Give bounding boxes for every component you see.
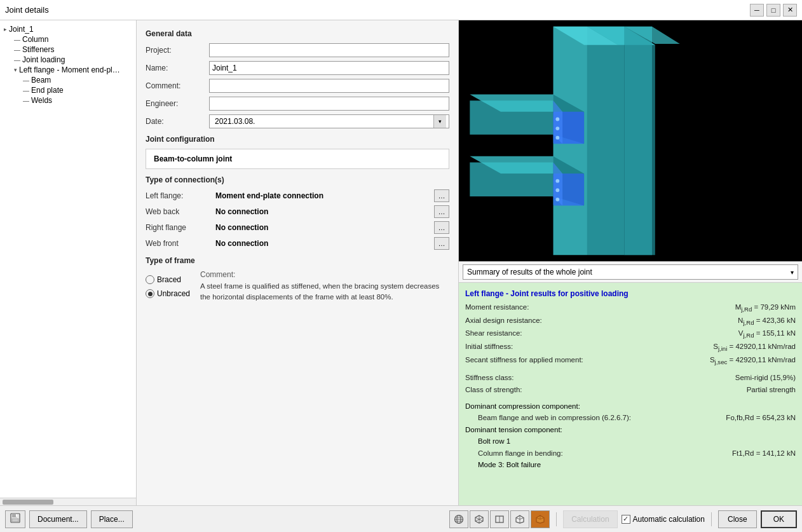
close-window-button[interactable]: ✕ [783,4,797,17]
place-button[interactable]: Place... [91,510,133,528]
braced-option[interactable]: Braced [146,275,190,284]
svg-marker-1 [587,27,624,256]
bottom-toolbar: Document... Place... [0,505,802,532]
tree-item-welds[interactable]: — Welds [3,95,133,106]
leaf-icon: — [14,36,20,43]
svg-rect-26 [12,519,18,522]
stiffness-class-label: Stiffness class: [465,372,514,383]
dom-tens-row1: Bolt row 1 [465,435,796,447]
moment-resistance-value: Mj,Rd = 79,29 kNm [735,301,796,315]
initial-stiffness-value: Sj,ini = 42920,11 kNm/rad [713,341,796,354]
comment-header: Comment: [200,270,449,279]
svg-point-22 [555,188,559,192]
shear-resistance-row: Shear resistance: Vj,Rd = 155,11 kN [465,327,796,341]
axial-resistance-label: Axial design resistance: [465,315,542,328]
tree-item-joint-loading[interactable]: — Joint loading [3,55,133,65]
render-icon-button[interactable] [531,510,550,528]
secant-stiffness-row: Secant stiffness for applied moment: Sj,… [465,354,796,367]
save-icon [10,513,20,525]
scroll-thumb[interactable] [3,500,53,505]
date-row: Date: 2021.03.08. ▾ [146,114,449,128]
name-input[interactable] [209,61,449,75]
comment-input[interactable] [209,79,449,93]
collapse-icon-left-flange[interactable]: ▾ [14,67,17,73]
web-front-edit-button[interactable]: … [434,237,449,250]
leaf-icon-loading: — [14,57,20,64]
ok-button[interactable]: OK [761,510,797,528]
auto-calc-checkbox[interactable]: ✓ [622,515,630,524]
box-icon-button[interactable] [470,510,489,528]
axial-resistance-row: Axial design resistance: Nj,Rd = 423,36 … [465,315,796,328]
spacer2 [465,395,796,400]
project-input[interactable] [209,43,449,57]
document-button[interactable]: Document... [29,510,87,528]
tree-item-beam[interactable]: — Beam [3,75,133,85]
unbraced-radio[interactable] [146,289,154,298]
dom-tens-row3: Mode 3: Bolt failure [465,459,796,470]
joint-config-header: Joint configuration [146,135,449,144]
date-picker-button[interactable]: ▾ [433,115,446,128]
left-flange-edit-button[interactable]: … [434,189,449,202]
unbraced-option[interactable]: Unbraced [146,289,190,298]
expand-icon[interactable]: ▸ [4,26,7,32]
iso-view-icon-button[interactable] [510,510,529,528]
tree-label-welds: Welds [31,96,52,105]
maximize-button[interactable]: □ [766,4,780,17]
save-button[interactable] [5,510,25,528]
dom-tens-label: Dominant tension component: [465,426,562,433]
web-back-edit-button[interactable]: … [434,205,449,218]
viewport-3d[interactable] [459,20,802,261]
globe-icon-button[interactable] [449,510,468,528]
svg-rect-25 [12,514,17,517]
leaf-icon-stiffeners: — [14,46,20,53]
center-panel: General data Project: Name: Comment: Eng… [137,20,459,505]
web-front-value: No connection [215,239,434,248]
tree-label-loading: Joint loading [22,55,65,64]
strength-class-row: Class of strength: Partial strength [465,384,796,395]
left-panel: ▸ Joint_1 — Column — Stiffeners — Joint … [0,20,137,505]
tree-item-column[interactable]: — Column [3,34,133,44]
right-panel: Summary of results of the whole joint ▾ … [459,20,802,505]
tree-label-stiffeners: Stiffeners [22,45,54,54]
dom-comp-header: Dominant compression component: [465,400,796,412]
tree-item-stiffeners[interactable]: — Stiffeners [3,44,133,55]
tree-item-end-plate[interactable]: — End plate [3,85,133,95]
results-dropdown[interactable]: Summary of results of the whole joint ▾ [463,264,798,280]
tree-label-joint1: Joint_1 [9,25,34,34]
frame-type-comment: Comment: A steel frame is qualified as s… [200,270,449,303]
date-field[interactable]: 2021.03.08. ▾ [209,114,449,128]
dom-tens-row2: Column flange in bending: Ft1,Rd = 141,1… [465,447,796,459]
checkmark-icon: ✓ [623,515,629,523]
name-row: Name: [146,61,449,75]
minimize-button[interactable]: ─ [750,4,764,17]
stiffness-class-row: Stiffness class: Semi-rigid (15,9%) [465,372,796,383]
right-flange-value: No connection [215,223,434,232]
svg-point-18 [555,118,559,121]
3d-view-svg [459,20,802,261]
general-data-header: General data [146,29,449,38]
right-flange-edit-button[interactable]: … [434,221,449,234]
tree-item-left-flange[interactable]: ▾ Left flange - Moment end-pl… [3,65,133,75]
front-view-icon-button[interactable] [490,510,509,528]
main-container: ▸ Joint_1 — Column — Stiffeners — Joint … [0,20,802,505]
leaf-icon-welds: — [23,97,29,104]
dom-tens-bolt-row: Bolt row 1 [478,437,510,445]
results-dropdown-row: Summary of results of the whole joint ▾ [459,262,802,283]
joint-config-box: Beam-to-column joint [146,149,449,169]
tree-label-column: Column [22,35,48,44]
dom-comp-detail-row: Beam flange and web in compression (6.2.… [465,412,796,423]
dom-tens-col-flange-value: Ft1,Rd = 141,12 kN [732,447,796,459]
shear-resistance-label: Shear resistance: [465,327,522,341]
name-label: Name: [146,64,209,72]
svg-point-21 [555,179,559,183]
tree-item-joint1[interactable]: ▸ Joint_1 [3,24,133,34]
engineer-input[interactable] [209,97,449,111]
initial-stiffness-row: Initial stiffness: Sj,ini = 42920,11 kNm… [465,341,796,354]
center-content: General data Project: Name: Comment: Eng… [137,20,458,505]
calculation-button[interactable]: Calculation [563,510,617,528]
braced-radio[interactable] [146,275,154,284]
secant-stiffness-label: Secant stiffness for applied moment: [465,354,583,367]
window-title: Joint details [5,5,49,15]
horizontal-scrollbar[interactable] [0,498,136,505]
close-button[interactable]: Close [718,510,757,528]
